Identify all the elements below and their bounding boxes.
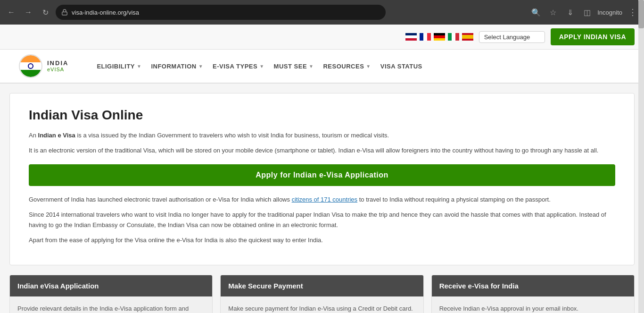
main-content: Indian Visa Online An Indian e Visa is a… xyxy=(0,84,644,313)
browser-right-controls: 🔍 ☆ ⇓ ◫ Incognito ⋮ xyxy=(529,6,639,19)
intro-paragraph-2: It is an electronic version of the tradi… xyxy=(29,145,615,156)
para-3: Apart from the ease of applying for the … xyxy=(29,235,615,245)
logo-area: INDIA eVISA xyxy=(19,54,68,78)
card-receive-header: Receive e-Visa for India xyxy=(432,275,634,296)
card-payment-header: Make Secure Payment xyxy=(221,275,423,296)
nav-links: ELIGIBILITY ▼ INFORMATION ▼ E-VISA TYPES… xyxy=(97,60,422,72)
card-apply: Indian eVisa Application Provide relevan… xyxy=(9,275,213,313)
logo-india-text: INDIA xyxy=(47,59,68,67)
nav-information[interactable]: INFORMATION ▼ xyxy=(151,60,203,72)
para-1: Government of India has launched electro… xyxy=(29,195,615,205)
download-icon[interactable]: ⇓ xyxy=(563,6,577,19)
flag-it[interactable] xyxy=(448,33,459,41)
svg-rect-0 xyxy=(62,12,67,15)
bookmark-icon[interactable]: ☆ xyxy=(546,6,560,19)
chevron-down-icon: ▼ xyxy=(309,64,314,69)
lang-bar: Select Language English French German It… xyxy=(0,25,644,50)
card-payment: Make Secure Payment Make secure payment … xyxy=(220,275,423,313)
chevron-down-icon: ▼ xyxy=(198,64,203,69)
forward-button[interactable]: → xyxy=(22,6,35,19)
language-select-wrapper: Select Language English French German It… xyxy=(479,31,545,43)
card-apply-header: Indian eVisa Application xyxy=(10,275,212,296)
logo-circle xyxy=(19,54,42,78)
menu-icon[interactable]: ⋮ xyxy=(626,6,639,19)
back-button[interactable]: ← xyxy=(5,6,18,19)
search-icon[interactable]: 🔍 xyxy=(529,6,543,19)
nav-resources[interactable]: RESOURCES ▼ xyxy=(323,60,371,72)
intro-paragraph-1: An Indian e Visa is a visa issued by the… xyxy=(29,130,615,141)
page-title: Indian Visa Online xyxy=(29,108,615,123)
nav-evisa-types[interactable]: E-VISA TYPES ▼ xyxy=(213,60,264,72)
content-box: Indian Visa Online An Indian e Visa is a… xyxy=(9,93,635,265)
flag-fr[interactable] xyxy=(420,33,431,41)
card-receive: Receive e-Visa for India Receive Indian … xyxy=(431,275,635,313)
browser-chrome: ← → ↻ visa-india-online.org/visa 🔍 ☆ ⇓ ◫… xyxy=(0,0,644,25)
card-payment-body: Make secure payment for Indian e-Visa us… xyxy=(221,296,423,313)
scrollbar-track[interactable] xyxy=(638,0,644,313)
chevron-down-icon: ▼ xyxy=(259,64,264,69)
incognito-label: Incognito xyxy=(597,9,622,16)
navbar: INDIA eVISA ELIGIBILITY ▼ INFORMATION ▼ … xyxy=(0,50,644,84)
ashoka-wheel xyxy=(28,63,33,69)
nav-must-see[interactable]: MUST SEE ▼ xyxy=(274,60,314,72)
card-receive-body: Receive Indian e-Visa approval in your e… xyxy=(432,296,634,313)
reload-button[interactable]: ↻ xyxy=(39,6,52,19)
chevron-down-icon: ▼ xyxy=(137,64,141,69)
apply-evisa-button[interactable]: Apply for Indian e-Visa Application xyxy=(29,164,615,186)
card-apply-body: Provide relevant details in the India e-… xyxy=(10,296,212,313)
url-text: visa-india-online.org/visa xyxy=(72,9,139,16)
apply-indian-visa-button[interactable]: APPLY INDIAN VISA xyxy=(551,28,635,45)
address-bar[interactable]: visa-india-online.org/visa xyxy=(56,5,386,20)
para-2: Since 2014 international travelers who w… xyxy=(29,210,615,230)
flag-icons xyxy=(405,33,473,41)
nav-eligibility[interactable]: ELIGIBILITY ▼ xyxy=(97,60,141,72)
citizens-link[interactable]: citizens of 171 countries xyxy=(292,196,357,203)
flag-es[interactable] xyxy=(462,33,473,41)
nav-visa-status[interactable]: VISA STATUS xyxy=(380,60,422,72)
logo-evisa-text: eVISA xyxy=(47,67,68,73)
language-select[interactable]: Select Language English French German It… xyxy=(479,31,545,43)
extensions-icon[interactable]: ◫ xyxy=(580,6,594,19)
cards-row: Indian eVisa Application Provide relevan… xyxy=(9,275,635,313)
flag-de[interactable] xyxy=(434,33,445,41)
chevron-down-icon: ▼ xyxy=(366,64,371,69)
flag-uk[interactable] xyxy=(405,33,417,41)
logo-text: INDIA eVISA xyxy=(47,59,68,73)
scrollbar-thumb[interactable] xyxy=(638,0,644,28)
